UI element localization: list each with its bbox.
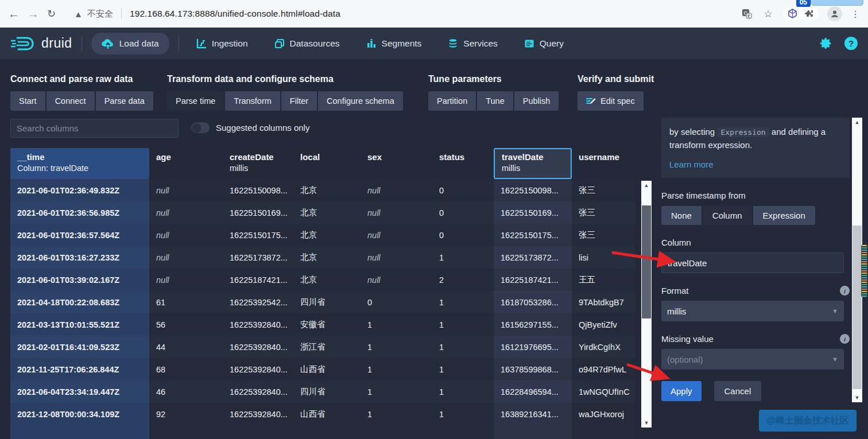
cell-traveldate: 16389216341... — [494, 403, 572, 425]
puzzle-icon[interactable] — [804, 9, 814, 19]
edit-spec-icon — [586, 97, 596, 106]
step-group-title: Transform data and configure schema — [167, 74, 403, 84]
scroll-up-icon[interactable]: ▲ — [852, 118, 862, 127]
search-columns-input[interactable] — [10, 119, 179, 138]
cell-age: 44 — [149, 336, 223, 358]
parse-option-column[interactable]: Column — [703, 206, 752, 225]
apply-button[interactable]: Apply — [661, 381, 702, 401]
url-text[interactable]: 192.168.64.173:8888/unified-console.html… — [130, 9, 340, 19]
suggested-columns-label: Suggested columns only — [216, 123, 309, 133]
column-subtitle: Column: travelDate — [17, 164, 149, 173]
security-chip[interactable]: ▲ 不安全 — [74, 9, 113, 20]
column-header-status[interactable]: status — [432, 148, 494, 179]
cell-local: 四川省 — [293, 291, 361, 313]
toggle-knob — [192, 123, 201, 132]
cell-local: 山西省 — [293, 358, 361, 380]
cell-age: null — [149, 179, 223, 201]
translate-icon[interactable]: G — [741, 7, 753, 20]
cell-status: 1 — [432, 246, 494, 269]
suggested-columns-toggle[interactable] — [191, 122, 210, 133]
step-button-parse-data[interactable]: Parse data — [96, 91, 153, 111]
column-header-time[interactable]: __time Column: travelDate — [10, 148, 149, 179]
cancel-button[interactable]: Cancel — [714, 381, 762, 401]
cell-traveldate: 16228496594... — [494, 380, 572, 403]
back-icon[interactable]: ← — [8, 7, 20, 21]
cell-username: 张三 — [572, 224, 635, 246]
column-header-local[interactable]: local — [293, 148, 361, 179]
step-button-configure-schema[interactable]: Configure schema — [318, 91, 403, 111]
druid-navbar: druid Load data Ingestion Datasources Se… — [0, 28, 868, 59]
parse-option-none[interactable]: None — [661, 206, 702, 225]
column-name: createDate — [230, 152, 293, 162]
step-group-title: Connect and parse raw data — [10, 74, 153, 84]
scroll-up-icon[interactable]: ▲ — [641, 181, 652, 190]
step-button-parse-time[interactable]: Parse time — [167, 91, 224, 111]
nav-item-services[interactable]: Services — [440, 33, 505, 54]
help-icon[interactable]: ? — [844, 37, 858, 50]
cell-time: 2021-06-01T02:36:57.564Z — [10, 224, 149, 246]
step-button-partition[interactable]: Partition — [428, 91, 476, 111]
step-group-verify: Verify and submit Edit spec — [578, 59, 654, 111]
cell-time: 2021-03-13T10:01:55.521Z — [10, 313, 149, 336]
cell — [361, 425, 432, 439]
scroll-down-icon[interactable]: ▼ — [641, 418, 652, 428]
scroll-down-icon[interactable]: ▼ — [852, 393, 862, 402]
step-button-filter[interactable]: Filter — [281, 91, 317, 111]
chrome-separator — [121, 8, 122, 20]
nav-divider — [179, 36, 179, 51]
column-header-age[interactable]: age — [149, 148, 223, 179]
cell-traveldate: 16225173872... — [494, 246, 572, 269]
nav-item-ingestion[interactable]: Ingestion — [188, 33, 256, 54]
column-value-input[interactable] — [661, 252, 844, 273]
settings-gear-icon[interactable] — [819, 37, 833, 50]
missing-value-select[interactable]: (optional) ▼ — [661, 349, 844, 370]
column-header-username[interactable]: username — [572, 148, 635, 179]
cell-traveldate: 16187053286... — [494, 291, 572, 313]
cell-traveldate: 16225187421... — [494, 269, 572, 291]
column-header-sex[interactable]: sex — [361, 148, 432, 179]
missing-info-icon[interactable]: i — [840, 334, 850, 344]
table-row: 2021-03-13T10:01:55.521Z 56 16225392840.… — [10, 313, 635, 336]
step-button-tune[interactable]: Tune — [477, 91, 513, 111]
security-label: 不安全 — [87, 9, 113, 20]
cell-local: 北京 — [293, 201, 361, 224]
format-select[interactable]: millis ▼ — [661, 301, 844, 321]
cell-username: YirdkCgIhX — [572, 336, 635, 358]
nav-item-label: Services — [463, 38, 497, 49]
extension-cube-icon[interactable] — [788, 9, 797, 19]
cell-status: 0 — [432, 201, 494, 224]
nav-item-datasources[interactable]: Datasources — [266, 33, 348, 54]
nav-item-load-data[interactable]: Load data — [91, 33, 169, 55]
step-button-edit-spec[interactable]: Edit spec — [578, 91, 644, 111]
query-icon — [524, 38, 534, 49]
table-scrollbar[interactable]: ▲ ▼ — [641, 181, 652, 428]
step-button-start[interactable]: Start — [10, 91, 45, 111]
step-button-connect[interactable]: Connect — [46, 91, 95, 111]
browser-menu-icon[interactable]: ⋮ — [851, 13, 860, 15]
druid-logo-icon — [10, 35, 36, 52]
bookmark-star-icon[interactable]: ☆ — [762, 7, 774, 20]
step-button-transform[interactable]: Transform — [225, 91, 280, 111]
druid-brand[interactable]: druid — [10, 35, 72, 52]
nav-item-query[interactable]: Query — [516, 33, 572, 54]
table-body: 2021-06-01T02:36:49.832Z null 1622515009… — [10, 179, 635, 425]
panel-scrollbar-thumb[interactable] — [852, 226, 862, 389]
profile-avatar[interactable] — [827, 6, 842, 21]
learn-more-link[interactable]: Learn more — [669, 158, 714, 171]
cell-createdate: 16225392840... — [223, 336, 293, 358]
cell-local: 四川省 — [293, 380, 361, 403]
column-subtitle: millis — [230, 164, 293, 173]
table-scrollbar-thumb[interactable] — [642, 205, 651, 318]
format-value: millis — [667, 306, 686, 316]
step-button-publish[interactable]: Publish — [514, 91, 559, 111]
cell-username: o94R7dPfwL — [572, 358, 635, 380]
reload-icon[interactable]: ↻ — [47, 7, 56, 20]
column-header-traveldate[interactable]: travelDate millis — [494, 148, 572, 179]
table-row: 2021-04-18T00:22:08.683Z 61 16225392542.… — [10, 291, 635, 313]
format-info-icon[interactable]: i — [840, 286, 850, 296]
forward-icon[interactable]: → — [28, 7, 39, 21]
nav-item-segments[interactable]: Segments — [358, 33, 430, 54]
step-group-title: Verify and submit — [578, 74, 654, 84]
column-header-createdate[interactable]: createDate millis — [223, 148, 293, 179]
parse-option-expression[interactable]: Expression — [753, 206, 815, 225]
